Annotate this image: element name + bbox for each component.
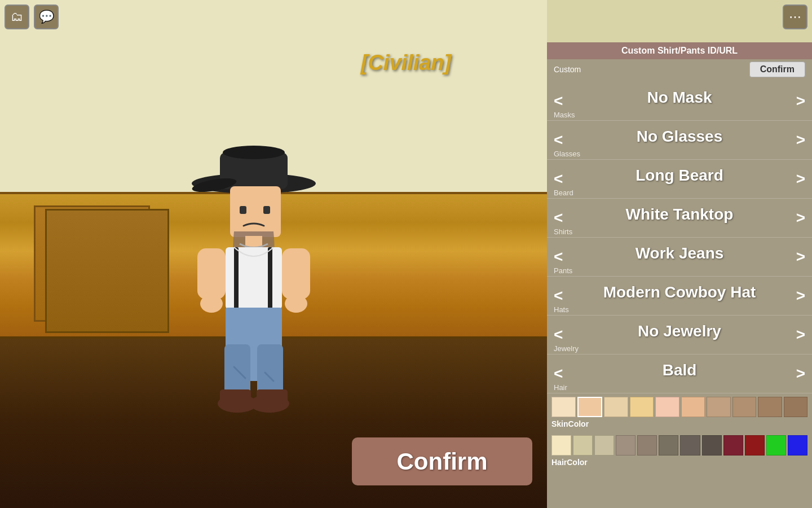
top-right-area: ⋯ bbox=[783, 5, 807, 29]
chat-icon[interactable]: 💬 bbox=[34, 5, 59, 29]
hair-color-swatch-7[interactable] bbox=[702, 435, 722, 456]
svg-rect-24 bbox=[257, 389, 288, 406]
category-label-beard: Beard bbox=[554, 189, 573, 197]
category-label-masks: Masks bbox=[554, 111, 575, 119]
skin-color-swatch-4[interactable] bbox=[655, 397, 679, 417]
skin-color-label: SkinColor bbox=[551, 418, 807, 431]
category-label-jewelry: Jewelry bbox=[554, 344, 579, 353]
skin-color-swatch-1[interactable] bbox=[577, 397, 603, 417]
custom-confirm-row: Custom Confirm bbox=[547, 59, 812, 82]
hair-color-swatch-3[interactable] bbox=[616, 435, 636, 456]
skin-color-swatch-2[interactable] bbox=[604, 397, 628, 417]
skin-color-swatch-8[interactable] bbox=[758, 397, 782, 417]
svg-rect-7 bbox=[245, 236, 262, 247]
menu-icon[interactable]: ⋯ bbox=[783, 5, 807, 29]
arrow-right-shirts[interactable]: > bbox=[789, 205, 812, 230]
arrow-left-beard[interactable]: < bbox=[547, 167, 570, 191]
skin-color-section: SkinColor bbox=[547, 393, 812, 432]
hair-color-swatch-5[interactable] bbox=[659, 435, 678, 456]
category-label-pants: Pants bbox=[554, 266, 572, 275]
selector-row-pants: < Work Jeans > Pants bbox=[547, 238, 812, 277]
hair-color-swatch-11[interactable] bbox=[788, 435, 807, 456]
confirm-top-button[interactable]: Confirm bbox=[749, 62, 805, 77]
svg-rect-22 bbox=[220, 389, 251, 406]
selector-value-beard: Long Beard bbox=[570, 162, 789, 196]
hair-color-swatch-8[interactable] bbox=[723, 435, 743, 456]
right-panel: Custom Shirt/Pants ID/URL Custom Confirm… bbox=[547, 42, 812, 508]
category-label-glasses: Glasses bbox=[554, 150, 580, 158]
arrow-right-glasses[interactable]: > bbox=[789, 128, 812, 152]
arrow-right-pants[interactable]: > bbox=[789, 244, 812, 269]
svg-rect-10 bbox=[234, 247, 239, 309]
selector-row-glasses: < No Glasses > Glasses bbox=[547, 121, 812, 160]
selector-value-masks: No Mask bbox=[570, 84, 789, 118]
svg-point-14 bbox=[200, 295, 223, 313]
category-label-shirts: Shirts bbox=[554, 227, 572, 236]
inventory-icon[interactable]: 🗂 bbox=[5, 5, 29, 29]
hair-color-swatch-2[interactable] bbox=[594, 435, 614, 456]
skin-color-swatches bbox=[551, 397, 807, 417]
arrow-left-masks[interactable]: < bbox=[547, 89, 570, 113]
skin-color-swatch-3[interactable] bbox=[630, 397, 654, 417]
arrow-left-glasses[interactable]: < bbox=[547, 128, 570, 152]
arrow-left-hair[interactable]: < bbox=[547, 361, 570, 386]
selector-row-hair: < Bald > Hair bbox=[547, 354, 812, 393]
svg-rect-11 bbox=[268, 247, 272, 309]
character-area bbox=[113, 85, 395, 435]
arrow-right-jewelry[interactable]: > bbox=[789, 322, 812, 347]
svg-rect-13 bbox=[282, 248, 310, 299]
custom-shirt-pants-bar: Custom Shirt/Pants ID/URL bbox=[547, 42, 812, 59]
selector-row-jewelry: < No Jewelry > Jewelry bbox=[547, 316, 812, 354]
top-left-icons: 🗂 💬 bbox=[5, 5, 59, 29]
arrow-right-beard[interactable]: > bbox=[789, 167, 812, 191]
hair-color-section: HairColor bbox=[547, 432, 812, 470]
skin-color-swatch-6[interactable] bbox=[707, 397, 731, 417]
selector-row-beard: < Long Beard > Beard bbox=[547, 160, 812, 199]
confirm-bottom-button[interactable]: Confirm bbox=[352, 437, 532, 485]
arrow-right-hair[interactable]: > bbox=[789, 361, 812, 386]
selector-value-shirts: White Tanktop bbox=[570, 201, 789, 235]
selector-value-hair: Bald bbox=[570, 357, 789, 391]
skin-color-swatch-5[interactable] bbox=[681, 397, 705, 417]
selector-row-masks: < No Mask > Masks bbox=[547, 82, 812, 121]
arrow-right-hats[interactable]: > bbox=[789, 283, 812, 308]
svg-rect-12 bbox=[197, 248, 226, 299]
arrow-left-hats[interactable]: < bbox=[547, 283, 570, 308]
selectors-container: < No Mask > Masks < No Glasses > Glasses… bbox=[547, 82, 812, 393]
hair-color-swatch-9[interactable] bbox=[745, 435, 765, 456]
hair-color-swatch-6[interactable] bbox=[680, 435, 700, 456]
svg-rect-6 bbox=[263, 206, 270, 214]
skin-color-swatch-7[interactable] bbox=[732, 397, 757, 417]
arrow-right-masks[interactable]: > bbox=[789, 89, 812, 113]
arrow-left-shirts[interactable]: < bbox=[547, 205, 570, 230]
svg-point-15 bbox=[285, 295, 307, 313]
category-label-hats: Hats bbox=[554, 305, 569, 314]
skin-color-swatch-9[interactable] bbox=[784, 397, 808, 417]
selector-row-shirts: < White Tanktop > Shirts bbox=[547, 199, 812, 238]
svg-point-2 bbox=[223, 146, 285, 159]
character-title: [Civilian] bbox=[361, 51, 451, 75]
svg-rect-4 bbox=[230, 186, 281, 237]
selector-value-hats: Modern Cowboy Hat bbox=[570, 279, 789, 313]
selector-row-hats: < Modern Cowboy Hat > Hats bbox=[547, 277, 812, 316]
hair-color-swatch-1[interactable] bbox=[573, 435, 593, 456]
svg-rect-5 bbox=[240, 206, 246, 214]
hair-color-swatch-4[interactable] bbox=[637, 435, 657, 456]
hair-color-label: HairColor bbox=[551, 457, 807, 469]
custom-label: Custom bbox=[554, 65, 581, 74]
skin-color-swatch-0[interactable] bbox=[551, 397, 576, 417]
arrow-left-jewelry[interactable]: < bbox=[547, 322, 570, 347]
arrow-left-pants[interactable]: < bbox=[547, 244, 570, 269]
hair-color-swatches bbox=[551, 435, 807, 456]
selector-value-jewelry: No Jewelry bbox=[570, 318, 789, 352]
selector-value-pants: Work Jeans bbox=[570, 240, 789, 274]
hair-color-swatch-10[interactable] bbox=[766, 435, 786, 456]
hair-color-swatch-0[interactable] bbox=[551, 435, 571, 456]
selector-value-glasses: No Glasses bbox=[570, 123, 789, 157]
category-label-hair: Hair bbox=[554, 383, 567, 392]
character-svg bbox=[147, 102, 361, 418]
